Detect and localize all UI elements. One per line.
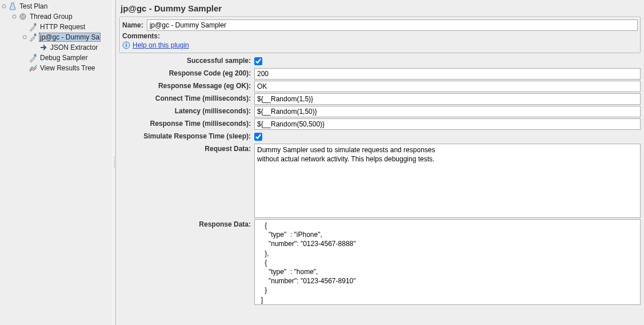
pipette-icon [29, 22, 38, 31]
tree-node-view-results[interactable]: View Results Tree [21, 63, 113, 73]
help-icon: i [122, 41, 130, 49]
tree-toggle-icon[interactable] [1, 3, 7, 9]
pipette-icon [29, 33, 38, 42]
tree-node-http-request[interactable]: HTTP Request [21, 22, 113, 32]
response-time-label: Response Time (milliseconds): [119, 118, 251, 128]
connect-time-field[interactable] [254, 93, 641, 105]
form-grid: Successful sample: Response Code (eg 200… [119, 56, 641, 305]
tree: Test Plan Thread Group [0, 1, 113, 73]
arrow-right-icon [39, 43, 48, 52]
response-message-field[interactable] [254, 81, 641, 92]
tree-label: View Results Tree [39, 64, 97, 72]
splitter[interactable] [113, 0, 116, 325]
response-data-field[interactable] [254, 219, 641, 305]
svg-rect-7 [34, 34, 36, 36]
request-data-field[interactable] [254, 144, 641, 218]
svg-point-4 [22, 15, 24, 18]
tree-toggle-icon[interactable] [22, 34, 27, 40]
help-link[interactable]: Help on this plugin [133, 41, 189, 49]
svg-rect-5 [34, 23, 36, 26]
response-data-label: Response Data: [119, 219, 251, 228]
tree-node-dummy-sampler[interactable]: jp@gc - Dummy Sa [21, 32, 113, 42]
svg-point-0 [2, 5, 6, 8]
name-label: Name: [122, 21, 143, 29]
gear-icon [18, 12, 27, 21]
page-title: jp@gc - Dummy Sampler [119, 2, 641, 17]
response-message-label: Response Message (eg OK): [119, 81, 251, 90]
main-pane: jp@gc - Dummy Sampler Name: Comments: i … [116, 0, 644, 325]
response-code-field[interactable] [254, 68, 641, 80]
tree-node-thread-group[interactable]: Thread Group [10, 11, 113, 22]
successful-checkbox[interactable] [254, 57, 262, 65]
flask-icon [8, 2, 17, 11]
response-time-field[interactable] [254, 118, 641, 130]
tree-toggle-icon[interactable] [11, 14, 17, 19]
tree-label: Test Plan [18, 2, 49, 10]
comments-label: Comments: [122, 32, 160, 40]
header-panel: Name: Comments: i Help on this plugin [119, 17, 641, 53]
tree-node-json-extractor[interactable]: JSON Extractor [31, 42, 113, 53]
successful-label: Successful sample: [119, 56, 251, 65]
simulate-sleep-checkbox[interactable] [254, 133, 262, 141]
latency-field[interactable] [254, 106, 641, 117]
svg-rect-8 [34, 54, 36, 57]
latency-label: Latency (milliseconds): [119, 106, 251, 115]
tree-label: jp@gc - Dummy Sa [39, 33, 101, 42]
tree-label: HTTP Request [39, 23, 86, 31]
tree-label: JSON Extractor [49, 43, 99, 51]
svg-point-6 [23, 35, 26, 39]
tree-label: Debug Sampler [39, 54, 89, 62]
connect-time-label: Connect Time (milliseconds): [119, 93, 251, 102]
request-data-label: Request Data: [119, 144, 251, 153]
app-root: Test Plan Thread Group [0, 0, 644, 325]
svg-point-2 [13, 15, 16, 18]
tree-pane: Test Plan Thread Group [0, 0, 113, 325]
response-code-label: Response Code (eg 200): [119, 68, 251, 77]
chart-icon [29, 64, 38, 73]
name-field[interactable] [147, 19, 638, 31]
pipette-icon [29, 53, 38, 62]
tree-node-test-plan[interactable]: Test Plan [0, 1, 113, 11]
tree-label: Thread Group [29, 13, 74, 21]
tree-node-debug-sampler[interactable]: Debug Sampler [21, 53, 113, 63]
simulate-sleep-label: Simulate Response Time (sleep): [119, 131, 251, 140]
svg-text:i: i [126, 42, 127, 48]
